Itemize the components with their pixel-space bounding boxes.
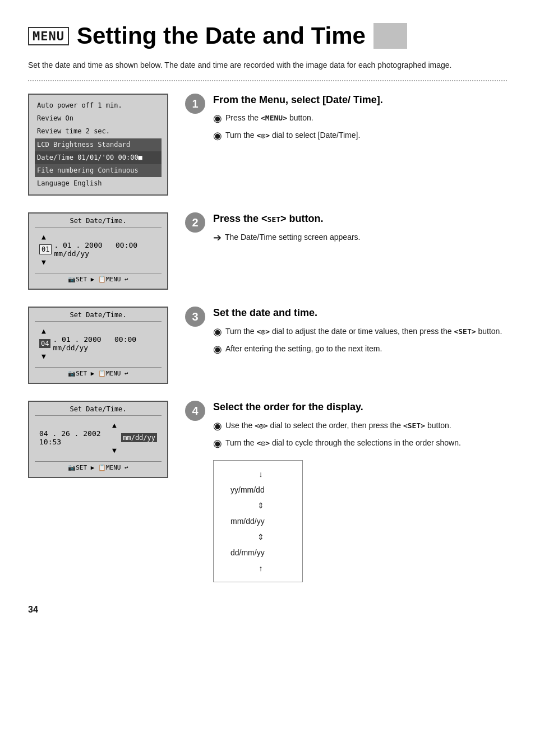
page-number: 34 <box>28 605 507 615</box>
step-2-number-area: 2 <box>185 212 205 233</box>
step-1-right: 1 From the Menu, select [Date/ Time]. ◉ … <box>185 94 507 147</box>
step-1-bullet-2: ◉ Turn the <◎> dial to select [Date/Time… <box>213 129 507 143</box>
date-hl-3: 04 <box>39 339 50 348</box>
menu-row-7: Language English <box>35 177 162 190</box>
screen-dt-4: Set Date/Time. ▲ 04 . 26 . 2002 10:53 mm… <box>29 402 167 477</box>
date-rest-3: . 01 . 2000 00:00 mm/dd/yy <box>53 335 157 352</box>
date-line-3: 04 . 01 . 2000 00:00 mm/dd/yy <box>39 335 157 352</box>
arrow-down-2: ▼ <box>41 258 157 266</box>
content-area: Auto power off 1 min. Review On Review t… <box>28 94 507 582</box>
step-3-row: Set Date/Time. ▲ 04 . 01 . 2000 00:00 mm… <box>28 307 507 384</box>
screen-mockup-1: Auto power off 1 min. Review On Review t… <box>28 94 168 196</box>
screen-bottom-text-3: 📷SET ▶ 📋MENU ↩ <box>68 370 128 377</box>
step-3-heading: Set the date and time. <box>213 307 507 319</box>
page-title-area: MENU Setting the Date and Time <box>28 22 507 49</box>
step-3-right: 3 Set the date and time. ◉ Turn the <◎> … <box>185 307 507 360</box>
arrow-up-3: ▲ <box>41 327 157 335</box>
step-2-heading: Press the <SET> button. <box>213 212 507 225</box>
screen-bottom-3: 📷SET ▶ 📋MENU ↩ <box>35 367 162 379</box>
step-4-number-area: 4 <box>185 401 205 421</box>
menu-row-3: Review time 2 sec. <box>35 125 162 138</box>
bullet-icon-2: ◉ <box>213 128 222 143</box>
screen-mockup-2: Set Date/Time. ▲ 01 . 01 . 2000 00:00 mm… <box>28 212 168 290</box>
step-2-number: 2 <box>185 212 205 233</box>
step-1-bullet-1: ◉ Press the <MENU> button. <box>213 112 507 126</box>
bullet-icon-step2: ➔ <box>213 230 222 245</box>
arrow-down-3: ▼ <box>41 352 157 360</box>
order-item-2: mm/dd/yy <box>230 513 291 529</box>
separator-3 <box>35 321 162 322</box>
bullet-icon-1: ◉ <box>213 111 222 126</box>
date-hl-4: mm/dd/yy <box>121 433 157 442</box>
step-1-row: Auto power off 1 min. Review On Review t… <box>28 94 507 196</box>
screen-dt-2: Set Date/Time. ▲ 01 . 01 . 2000 00:00 mm… <box>29 214 167 289</box>
step-4-number: 4 <box>185 401 205 421</box>
step-4-bullet-2: ◉ Turn the <◎> dial to cycle through the… <box>213 437 507 451</box>
menu-row-1: Auto power off 1 min. <box>35 99 162 112</box>
step-2-bullet-1: ➔ The Date/Time setting screen appears. <box>213 231 507 245</box>
arrow-up-2: ▲ <box>41 233 157 241</box>
bullet-icon-step4-2: ◉ <box>213 436 222 451</box>
order-arrow-top: ↓ <box>230 466 291 482</box>
screen-dt-title-2: Set Date/Time. <box>35 217 162 225</box>
screen-menu-1: Auto power off 1 min. Review On Review t… <box>29 95 167 194</box>
step-3-instructions: Set the date and time. ◉ Turn the <◎> di… <box>213 307 507 360</box>
screen-bottom-text-4: 📷SET ▶ 📋MENU ↩ <box>68 464 128 471</box>
step-4-right: 4 Select the order for the display. ◉ Us… <box>185 401 507 582</box>
step-4-bullet-1: ◉ Use the <◎> dial to select the order, … <box>213 420 507 434</box>
screen-bottom-text-2: 📷SET ▶ 📋MENU ↩ <box>68 276 128 283</box>
divider <box>28 80 507 81</box>
separator-2 <box>35 227 162 228</box>
screen-bottom-4: 📷SET ▶ 📋MENU ↩ <box>35 461 162 474</box>
date-box-2: 01 <box>39 244 52 254</box>
menu-row-4: LCD Brightness Standard <box>35 138 162 151</box>
screen-dt-body-3: ▲ 04 . 01 . 2000 00:00 mm/dd/yy ▼ <box>35 323 162 364</box>
step-3-bullet-1-text: Turn the <◎> dial to adjust the date or … <box>225 326 502 337</box>
screen-dt-body-2: ▲ 01 . 01 . 2000 00:00 mm/dd/yy ▼ <box>35 229 162 270</box>
date-line-2: 01 . 01 . 2000 00:00 mm/dd/yy <box>39 241 157 258</box>
menu-row-6: File numbering Continuous <box>35 164 162 177</box>
step-3-bullet-2-text: After entering the setting, go to the ne… <box>225 343 382 355</box>
subtitle: Set the date and time as shown below. Th… <box>28 59 507 71</box>
step-1-number-area: 1 <box>185 94 205 114</box>
menu-row-2: Review On <box>35 112 162 125</box>
order-arrow-3: ⇕ <box>230 529 291 545</box>
menu-row-5-datetime: Date/Time 01/01/'00 00:00■ <box>35 151 162 164</box>
screen-dt-body-4: ▲ 04 . 26 . 2002 10:53 mm/dd/yy ▼ <box>35 418 162 458</box>
step-4-row: Set Date/Time. ▲ 04 . 26 . 2002 10:53 mm… <box>28 401 507 582</box>
step-3-bullet-2: ◉ After entering the setting, go to the … <box>213 343 507 357</box>
date-line-4: 04 . 26 . 2002 10:53 mm/dd/yy <box>39 429 157 446</box>
step-2-row: Set Date/Time. ▲ 01 . 01 . 2000 00:00 mm… <box>28 212 507 290</box>
order-arrow-2: ⇕ <box>230 498 291 513</box>
bullet-icon-step4-1: ◉ <box>213 419 222 434</box>
order-box: ↓ yy/mm/dd ⇕ mm/dd/yy ⇕ dd/mm/yy ↑ <box>213 460 303 582</box>
order-arrow-bottom: ↑ <box>230 560 291 576</box>
step-1-bullet-2-text: Turn the <◎> dial to select [Date/Time]. <box>225 129 360 141</box>
step-4-heading: Select the order for the display. <box>213 401 507 414</box>
step-4-bullet-2-text: Turn the <◎> dial to cycle through the s… <box>225 437 461 449</box>
screen-mockup-4: Set Date/Time. ▲ 04 . 26 . 2002 10:53 mm… <box>28 401 168 478</box>
step-2-bullet-1-text: The Date/Time setting screen appears. <box>225 231 361 243</box>
step-1-number: 1 <box>185 94 205 114</box>
step-1-bullet-1-text: Press the <MENU> button. <box>225 112 313 124</box>
date-rest-4a: 04 . 26 . 2002 10:53 <box>39 429 119 446</box>
step-1-heading: From the Menu, select [Date/ Time]. <box>213 94 507 106</box>
arrow-down-4: ▼ <box>112 446 157 454</box>
date-rest-2: . 01 . 2000 00:00 mm/dd/yy <box>54 241 157 258</box>
step-3-bullet-1: ◉ Turn the <◎> dial to adjust the date o… <box>213 326 507 340</box>
order-item-1: yy/mm/dd <box>230 482 291 498</box>
step-3-number-area: 3 <box>185 307 205 327</box>
separator-4 <box>35 415 162 416</box>
bullet-icon-step3-2: ◉ <box>213 342 222 357</box>
bullet-icon-step3-1: ◉ <box>213 324 222 340</box>
step-2-right: 2 Press the <SET> button. ➔ The Date/Tim… <box>185 212 507 248</box>
step-1-instructions: From the Menu, select [Date/ Time]. ◉ Pr… <box>213 94 507 147</box>
title-decoration <box>373 23 407 49</box>
step-4-instructions: Select the order for the display. ◉ Use … <box>213 401 507 582</box>
screen-dt-3: Set Date/Time. ▲ 04 . 01 . 2000 00:00 mm… <box>29 308 167 383</box>
screen-dt-title-4: Set Date/Time. <box>35 405 162 413</box>
screen-bottom-2: 📷SET ▶ 📋MENU ↩ <box>35 273 162 285</box>
arrow-up-4: ▲ <box>112 421 157 429</box>
page-title: Setting the Date and Time <box>77 22 366 49</box>
screen-dt-title-3: Set Date/Time. <box>35 311 162 319</box>
